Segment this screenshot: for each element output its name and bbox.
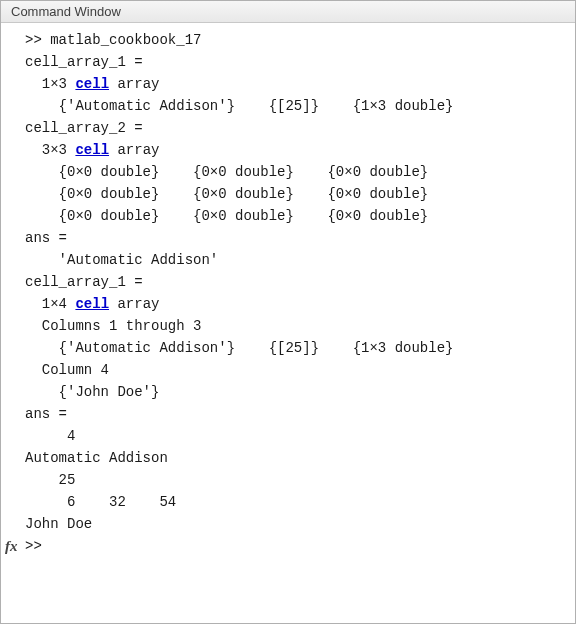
output-line: {'John Doe'} xyxy=(5,381,571,403)
window-title: Command Window xyxy=(11,4,121,19)
title-bar: Command Window xyxy=(1,1,575,23)
cell-link[interactable]: cell xyxy=(75,76,109,92)
cell-link[interactable]: cell xyxy=(75,142,109,158)
output-line: Automatic Addison xyxy=(5,447,571,469)
output-line: 1×3 cell array xyxy=(5,73,571,95)
output-line: 6 32 54 xyxy=(5,491,571,513)
cell-link[interactable]: cell xyxy=(75,296,109,312)
output-line: Column 4 xyxy=(5,359,571,381)
output-line: John Doe xyxy=(5,513,571,535)
output-line: cell_array_1 = xyxy=(5,51,571,73)
output-line: ans = xyxy=(5,403,571,425)
output-line: 3×3 cell array xyxy=(5,139,571,161)
output-line: {'Automatic Addison'} {[25]} {1×3 double… xyxy=(5,95,571,117)
command-text: matlab_cookbook_17 xyxy=(50,32,201,48)
output-line: {0×0 double} {0×0 double} {0×0 double} xyxy=(5,183,571,205)
output-line: ans = xyxy=(5,227,571,249)
output-line: cell_array_1 = xyxy=(5,271,571,293)
prompt-line[interactable]: fx >> xyxy=(5,535,571,558)
output-line: 25 xyxy=(5,469,571,491)
console-output[interactable]: >> matlab_cookbook_17 cell_array_1 = 1×3… xyxy=(1,23,575,623)
prompt: >> xyxy=(25,32,50,48)
output-line: 4 xyxy=(5,425,571,447)
output-line: {0×0 double} {0×0 double} {0×0 double} xyxy=(5,161,571,183)
output-line: 'Automatic Addison' xyxy=(5,249,571,271)
fx-icon[interactable]: fx xyxy=(5,535,25,558)
prompt-line: >> matlab_cookbook_17 xyxy=(5,29,571,51)
output-line: 1×4 cell array xyxy=(5,293,571,315)
gutter xyxy=(5,29,25,51)
output-line: {'Automatic Addison'} {[25]} {1×3 double… xyxy=(5,337,571,359)
prompt: >> xyxy=(25,535,50,558)
output-line: {0×0 double} {0×0 double} {0×0 double} xyxy=(5,205,571,227)
command-window: Command Window >> matlab_cookbook_17 cel… xyxy=(0,0,576,624)
output-line: Columns 1 through 3 xyxy=(5,315,571,337)
output-line: cell_array_2 = xyxy=(5,117,571,139)
